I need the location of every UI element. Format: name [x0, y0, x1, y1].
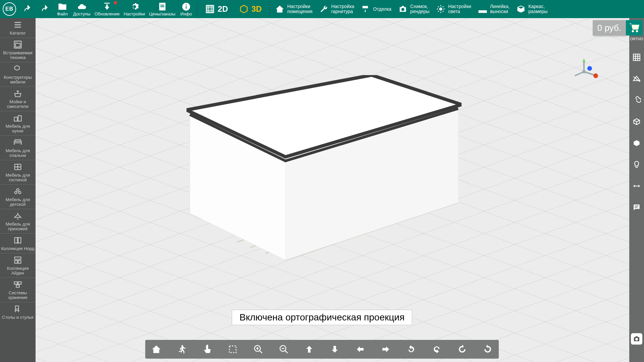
update-button[interactable]: Обновление [93, 0, 122, 18]
grid-toggle[interactable] [632, 52, 642, 62]
snapshot-label: Снимок, рендеры [410, 4, 429, 14]
cubesolid-icon [632, 139, 641, 147]
light-settings-button[interactable]: Настройки света [433, 0, 475, 18]
zoom-out-button[interactable] [278, 344, 289, 355]
mode-2d-button[interactable]: 2D [200, 4, 233, 14]
light-settings-label: Настройки света [448, 4, 471, 14]
pan-up-button[interactable] [304, 344, 315, 355]
mode-3d-button[interactable]: 3D [233, 4, 267, 14]
plane-toggle[interactable] [632, 74, 642, 84]
boxes-icon [12, 64, 23, 74]
sidebar-item-living[interactable]: Мебель для гостиной [0, 160, 36, 185]
update-label: Обновление [95, 12, 120, 16]
ruler-label: Линейка, выноски [490, 4, 509, 14]
light-toggle[interactable] [632, 160, 642, 170]
access-label: Доступы [73, 12, 91, 16]
redo-icon [40, 4, 50, 14]
sidebar-item-kids[interactable]: Мебель для детской [0, 185, 36, 209]
camera-fab[interactable] [631, 333, 642, 345]
svg-rect-29 [18, 260, 21, 263]
rotate-ccw-button[interactable] [406, 344, 417, 355]
sidebar-item-constructors[interactable]: Конструкторы мебели [0, 62, 36, 87]
sidebar-item-nord[interactable]: Коллекция Норд [0, 234, 36, 253]
svg-rect-26 [18, 238, 21, 243]
bulb-icon [632, 160, 641, 169]
wireframe-button[interactable]: Каркас, размеры [513, 0, 551, 18]
app-logo[interactable]: EB [3, 2, 16, 16]
box-toggle[interactable] [632, 117, 642, 127]
home-view-button[interactable] [151, 344, 162, 355]
sidebar-item-aiden[interactable]: Коллекция Айден [0, 253, 36, 278]
kitchen-icon [12, 113, 23, 123]
room-settings-label: Настройки помещения [287, 4, 312, 14]
ruler-button[interactable]: Линейка, выноски [475, 0, 513, 18]
dimension-icon [632, 182, 641, 190]
pan-down-button[interactable] [329, 344, 340, 355]
svg-rect-25 [15, 238, 17, 243]
cube3d-icon [239, 4, 249, 14]
download-icon [102, 2, 112, 11]
snapshot-button[interactable]: Снимок, рендеры [395, 0, 433, 18]
svg-point-12 [593, 73, 598, 78]
spiral-icon [632, 96, 641, 105]
select-button[interactable] [227, 344, 238, 355]
walk-icon [177, 344, 187, 354]
rotate-cw-button[interactable] [431, 344, 442, 355]
separator [269, 2, 270, 16]
svg-rect-27 [15, 257, 21, 259]
access-button[interactable]: Доступы [71, 0, 93, 18]
svg-rect-30 [14, 282, 17, 284]
cart-button[interactable] [626, 20, 643, 36]
svg-marker-10 [582, 58, 586, 62]
undo-button[interactable] [19, 0, 36, 18]
chat-icon [632, 203, 641, 212]
settings-button[interactable]: Настройки [122, 0, 147, 18]
ruler-icon [478, 4, 487, 14]
room-settings-button[interactable]: Настройки помещения [272, 0, 316, 18]
tilt-ccw-button[interactable] [457, 344, 468, 355]
ortho-label: ORTHO [630, 37, 643, 41]
sidebar-item-hall[interactable]: Мебель для прихожей [0, 209, 36, 234]
svg-rect-21 [18, 116, 21, 121]
sun-icon [436, 4, 445, 14]
svg-point-23 [15, 191, 17, 194]
separator [197, 2, 198, 16]
comments-toggle[interactable] [632, 202, 642, 213]
redo-button[interactable] [36, 0, 54, 18]
info-button[interactable]: Инфо [177, 0, 195, 18]
sidebar-item-storage[interactable]: Системы хранения [0, 278, 36, 302]
snap-toggle[interactable] [632, 95, 642, 105]
tilt-cw-button[interactable] [482, 344, 493, 355]
touch-button[interactable] [202, 344, 213, 355]
pan-left-button[interactable] [355, 344, 366, 355]
sidebar-item-catalog[interactable]: Каталог [0, 18, 36, 38]
sidebar-item-appliances[interactable]: Встраиваемая техника [0, 38, 36, 62]
sidebar-item-bedroom[interactable]: Мебель для спальни [0, 136, 36, 160]
pan-right-button[interactable] [380, 344, 391, 355]
file-button[interactable]: Файл [54, 0, 71, 18]
sidebar-item-sinks[interactable]: Мойки и смесители [0, 87, 36, 111]
sink-icon [12, 89, 23, 98]
cubewire-icon [632, 117, 641, 126]
finish-button[interactable]: Отделка [358, 0, 395, 18]
sidebar-item-tables[interactable]: Столы и стулья [0, 302, 36, 322]
camera-small-icon [633, 335, 641, 343]
plane-icon [632, 74, 641, 83]
cart-icon [629, 22, 640, 33]
bed-icon [12, 138, 23, 147]
svg-rect-2 [186, 4, 186, 5]
top-toolbar: EB Файл Доступы Обновление Настройки Цен… [0, 0, 644, 18]
receipt-icon [158, 2, 167, 11]
walk-button[interactable] [176, 344, 187, 355]
file-label: Файл [57, 12, 68, 16]
update-badge [114, 1, 117, 4]
furniture-settings-button[interactable]: Настройка гарнитура [316, 0, 358, 18]
dimension-toggle[interactable] [632, 181, 642, 191]
axis-gizmo[interactable] [572, 58, 599, 82]
zoom-in-button[interactable] [253, 344, 264, 355]
sidebar-item-kitchen[interactable]: Мебель для кухни [0, 111, 36, 136]
svg-rect-28 [15, 260, 17, 263]
solid-toggle[interactable] [632, 138, 642, 148]
arrow-left-icon [355, 344, 365, 354]
prices-button[interactable]: Цены/заказы [147, 0, 177, 18]
